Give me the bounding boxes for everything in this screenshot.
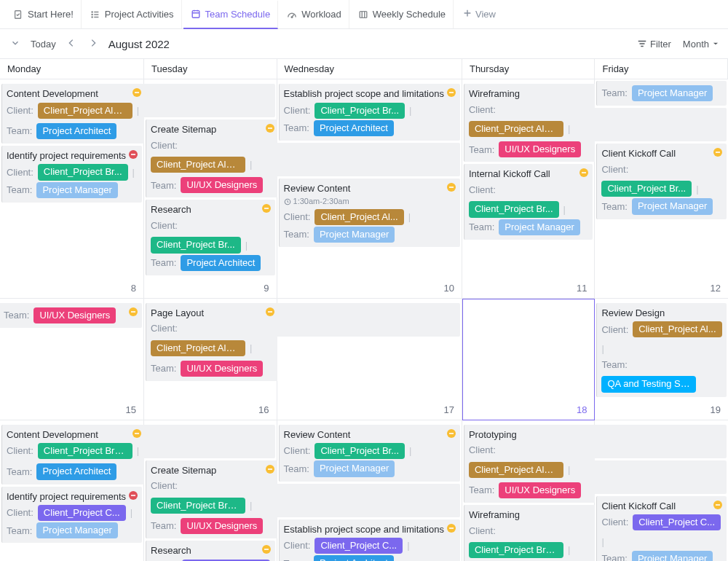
- calendar-event[interactable]: Review ContentClient:Client_Project Br..…: [279, 425, 460, 482]
- day-cell[interactable]: 17: [277, 299, 462, 420]
- calendar-event[interactable]: Identify project requirementsClient:Clie…: [1, 146, 142, 203]
- calendar-event[interactable]: Create SitemapClient:Client_Project Alph…: [146, 119, 279, 197]
- calendar-event[interactable]: Establish project scope and limitationsC…: [279, 84, 460, 141]
- calendar-event[interactable]: ResearchClient:Client_Project C...|Team:…: [146, 541, 275, 561]
- calendar-event[interactable]: Internal Kickoff CallClient:Client_Proje…: [464, 164, 593, 239]
- day-cell[interactable]: PrototypingClient:Client_Project Alpha|T…: [462, 420, 596, 561]
- tag-chip[interactable]: UI/UX Designers: [499, 482, 581, 498]
- tag-chip[interactable]: UI/UX Designers: [181, 177, 263, 193]
- day-cell[interactable]: WireframingClient:Client_Project Alpha|T…: [462, 79, 596, 299]
- day-cell[interactable]: 18: [462, 299, 596, 420]
- tag-chip[interactable]: Client_Project Br...: [314, 443, 405, 459]
- tag-chip[interactable]: Project Architect: [36, 123, 116, 139]
- range-picker[interactable]: Month: [683, 39, 719, 50]
- tag-chip[interactable]: Client_Project Br...: [469, 201, 559, 217]
- next-month-button[interactable]: [87, 36, 100, 52]
- tag-chip[interactable]: Client_Project Alpha: [469, 121, 563, 137]
- tag-chip[interactable]: Client_Project Alpha: [38, 103, 132, 119]
- calendar-event[interactable]: [143, 84, 275, 117]
- calendar-event[interactable]: [594, 460, 727, 494]
- day-cell[interactable]: Review ContentClient:Client_Project Br..…: [277, 420, 462, 561]
- day-cell[interactable]: Content DevelopmentClient:Client_Project…: [0, 420, 144, 561]
- tag-chip[interactable]: Project Manager: [632, 551, 713, 561]
- tag-chip[interactable]: UI/UX Designers: [181, 518, 263, 534]
- calendar-event[interactable]: Content DevelopmentClient:Client_Project…: [1, 425, 146, 484]
- day-cell[interactable]: Client Kickoff CallClient:Client_Project…: [595, 420, 728, 561]
- calendar-event[interactable]: Client Kickoff CallClient:Client_Project…: [596, 496, 727, 561]
- tag-chip[interactable]: Project Manager: [632, 85, 713, 101]
- tag-chip[interactable]: Project Architect: [314, 120, 394, 136]
- tag-chip[interactable]: QA and Testing Specialist: [601, 376, 696, 392]
- add-view-button[interactable]: View: [455, 8, 503, 20]
- tag-chip[interactable]: Client_Project Bravo: [469, 542, 563, 558]
- tag-chip[interactable]: Project Manager: [632, 198, 713, 214]
- tag-chip[interactable]: Client_Project Br...: [38, 164, 128, 180]
- day-cell[interactable]: Create SitemapClient:Client_Project Alph…: [144, 79, 277, 299]
- tag-chip[interactable]: Client_Project Alpha: [151, 340, 245, 356]
- calendar-event[interactable]: [277, 303, 460, 337]
- day-cell[interactable]: Team:Project ManagerClient Kickoff CallC…: [595, 79, 728, 299]
- calendar-event[interactable]: ResearchClient:Client_Project Br...|Team…: [146, 200, 275, 275]
- day-cell[interactable]: Establish project scope and limitationsC…: [277, 79, 462, 299]
- day-cell[interactable]: Page LayoutClient:Client_Project Alpha|T…: [144, 299, 277, 420]
- tag-chip[interactable]: Client_Project Alpha: [151, 157, 245, 173]
- team-label: Team:: [7, 183, 32, 197]
- day-cell[interactable]: Content DevelopmentClient:Client_Project…: [0, 79, 144, 299]
- calendar-event[interactable]: [594, 108, 727, 141]
- event-title: Review Content: [284, 181, 456, 196]
- collapse-icon[interactable]: [9, 36, 22, 52]
- today-button[interactable]: Today: [31, 39, 56, 50]
- tab-weekly-schedule[interactable]: Weekly Schedule: [351, 0, 454, 28]
- calendar-event[interactable]: Identify project requirementsClient:Clie…: [1, 487, 142, 544]
- tag-chip[interactable]: Client_Project Br...: [601, 181, 692, 197]
- tag-chip[interactable]: Client_Project Bravo: [38, 443, 132, 459]
- calendar-event[interactable]: Team:UI/UX Designers: [0, 303, 142, 328]
- tag-chip[interactable]: Client_Project Al...: [633, 321, 721, 337]
- calendar-event[interactable]: PrototypingClient:Client_Project Alpha|T…: [464, 425, 597, 503]
- calendar-event[interactable]: [277, 143, 460, 176]
- tab-project-activities[interactable]: Project Activities: [83, 0, 182, 28]
- tag-chip[interactable]: Client_Project C...: [633, 514, 721, 530]
- calendar-event[interactable]: Page LayoutClient:Client_Project Alpha|T…: [146, 303, 279, 381]
- tag-chip[interactable]: Client_Project Bravo: [151, 498, 245, 514]
- tag-chip[interactable]: Project Architect: [314, 555, 394, 561]
- tag-chip[interactable]: Project Manager: [314, 227, 395, 243]
- status-icon: [713, 501, 722, 509]
- calendar-event[interactable]: [594, 425, 727, 458]
- tab-start-here-[interactable]: Start Here!: [6, 0, 82, 28]
- tag-chip[interactable]: UI/UX Designers: [181, 361, 263, 377]
- tag-chip[interactable]: Client_Project Br...: [314, 103, 405, 119]
- tag-chip[interactable]: Project Architect: [181, 255, 261, 271]
- calendar-event[interactable]: Review Content1:30am-2:30amClient:Client…: [279, 178, 460, 247]
- calendar-event[interactable]: Content DevelopmentClient:Client_Project…: [1, 84, 146, 144]
- calendar-event[interactable]: Establish project scope and limitationsC…: [279, 519, 460, 562]
- tag-chip[interactable]: Project Manager: [36, 182, 117, 198]
- tag-chip[interactable]: UI/UX Designers: [499, 141, 581, 157]
- filter-button[interactable]: Filter: [637, 39, 671, 50]
- tag-chip[interactable]: Project Manager: [314, 460, 395, 476]
- calendar-event[interactable]: Review DesignClient:Client_Project Al...…: [596, 303, 727, 397]
- tag-chip[interactable]: UI/UX Designers: [33, 307, 116, 323]
- calendar-event[interactable]: Create SitemapClient:Client_Project Brav…: [146, 460, 279, 538]
- calendar-event[interactable]: WireframingClient:Client_Project Bravo|T…: [464, 505, 597, 561]
- calendar-event[interactable]: [277, 484, 460, 517]
- tab-team-schedule[interactable]: Team Schedule: [183, 1, 279, 29]
- day-cell[interactable]: Team:UI/UX Designers15: [0, 299, 144, 420]
- tag-chip[interactable]: Project Architect: [36, 463, 116, 479]
- tag-chip[interactable]: Client_Project Al...: [314, 209, 403, 225]
- calendar-event[interactable]: Client Kickoff CallClient:Client_Project…: [596, 144, 727, 219]
- tag-chip[interactable]: Client_Project Alpha: [469, 462, 563, 478]
- tag-chip[interactable]: Project Manager: [36, 522, 117, 538]
- tab-workload[interactable]: Workload: [280, 0, 349, 28]
- tag-chip[interactable]: Client_Project Br...: [151, 237, 241, 253]
- prev-month-button[interactable]: [65, 36, 78, 52]
- team-label: Team:: [469, 220, 494, 235]
- calendar-event[interactable]: Team:Project Manager: [596, 81, 727, 106]
- tag-chip[interactable]: Project Manager: [499, 219, 579, 235]
- tag-chip[interactable]: Client_Project C...: [314, 538, 403, 554]
- tag-chip[interactable]: Client_Project C...: [38, 505, 126, 521]
- day-cell[interactable]: Create SitemapClient:Client_Project Brav…: [144, 420, 277, 561]
- day-cell[interactable]: Review DesignClient:Client_Project Al...…: [595, 299, 728, 420]
- calendar-event[interactable]: [143, 425, 275, 458]
- calendar-event[interactable]: WireframingClient:Client_Project Alpha|T…: [464, 84, 597, 162]
